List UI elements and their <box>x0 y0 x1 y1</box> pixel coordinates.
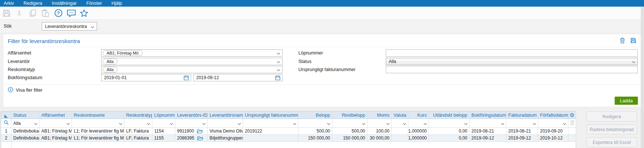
cell-value: AB1; Företag Mö <box>41 135 72 141</box>
cell-value: Biljettforsgruppen <box>210 135 243 141</box>
cell-affarsenhet: AB1; Företag Mö <box>39 135 72 141</box>
column-header-ursprungligt-fakturanummer[interactable]: Ursprungligt fakturanummer <box>243 112 298 119</box>
table-row[interactable]: 1DefinitivbokadAB1; Företag MöL1; För le… <box>1 128 576 135</box>
column-header-label: Valuta <box>394 113 406 118</box>
save-icon[interactable] <box>2 8 11 18</box>
filter-cell-reskontratyp[interactable] <box>124 119 152 127</box>
show-more-filters-link[interactable]: Visa fler filter <box>8 87 42 94</box>
menu-hjalp[interactable]: Hjälp <box>111 1 122 6</box>
column-header-affarsenhet[interactable]: Affärsenhet <box>39 112 72 119</box>
trash-icon[interactable] <box>570 120 575 126</box>
column-header-belopp[interactable]: Belopp <box>298 112 332 119</box>
gear-icon[interactable]: ⚙ <box>569 112 574 118</box>
cell-utlandskt-belopp: 0,00 <box>429 135 470 141</box>
edit-button[interactable]: Redigera <box>586 112 637 121</box>
search-type-select[interactable]: Leverantörsreskontra <box>42 22 97 31</box>
affarsenhet-select[interactable]: AB1; Företag Mö <box>101 49 283 57</box>
column-header-fakturadatum[interactable]: Fakturadatum <box>506 112 538 119</box>
cell-value: 2019-10-12 <box>540 135 562 141</box>
filter-cell-affarsenhet[interactable] <box>39 119 72 127</box>
filter-cell-valuta[interactable] <box>392 119 408 127</box>
column-header-kurs[interactable]: Kurs <box>408 112 429 119</box>
ursprungligt-fakturanummer-input[interactable] <box>386 66 638 73</box>
folder-icon[interactable] <box>197 136 203 141</box>
export-to-excel-button[interactable]: Exportera till Excel <box>586 137 637 147</box>
filter-cell-bokforingsdatum[interactable] <box>470 119 506 127</box>
calendar-icon[interactable] <box>184 75 189 80</box>
column-settings-cell[interactable]: ⚙ <box>568 112 576 119</box>
chevron-down-icon <box>238 122 241 125</box>
filter-cell-leverantorsnamn[interactable] <box>208 119 243 127</box>
column-header-status[interactable]: Status <box>11 112 39 119</box>
cell-value: 2086395 <box>177 135 194 141</box>
filter-cell-fakturadatum[interactable] <box>506 119 538 127</box>
menu-redigera[interactable]: Redigera <box>24 1 42 6</box>
filter-cell-forfallodatum[interactable] <box>538 119 568 127</box>
cell-ursprungligt-fakturanummer: 2019122 <box>243 128 298 134</box>
bokforingsdatum-from-input[interactable]: 2019-01-01 <box>101 74 191 81</box>
status-select[interactable]: Alla <box>386 58 638 65</box>
column-header-bokforingsdatum[interactable]: Bokföringsdatum <box>470 112 506 119</box>
table-search-cell[interactable] <box>1 119 11 127</box>
filter-cell-reskontraserie[interactable] <box>72 119 124 127</box>
filter-cell-restbelopp[interactable] <box>332 119 367 127</box>
leverantor-select[interactable]: Alla <box>101 58 283 65</box>
filter-cell-status[interactable]: Alla <box>11 119 39 127</box>
column-header-valuta[interactable]: Valuta <box>392 112 408 119</box>
favorite-star-icon[interactable] <box>79 8 89 18</box>
menu-installningar[interactable]: Inställningar <box>52 1 77 6</box>
column-header-moms[interactable]: Moms <box>367 112 392 119</box>
menu-arkiv[interactable]: Arkiv <box>4 1 14 6</box>
column-header-leverantors-id[interactable]: Leverantörs-ID <box>175 112 208 119</box>
chevron-down-icon <box>533 122 536 125</box>
cell-lopnummer: 1155 <box>152 135 175 141</box>
column-header-reskontratyp[interactable]: Reskontratyp <box>124 112 152 119</box>
filter-cell-ursprungligt-fakturanummer[interactable] <box>243 119 298 127</box>
search-icon[interactable] <box>4 120 9 126</box>
filter-cell-leverantors-id[interactable] <box>175 119 208 127</box>
column-header-label: Reskontraserie <box>74 113 105 118</box>
column-header-label: Utländskt belopp <box>433 113 467 118</box>
cell-reskontraserie: L1; För leverantörer ftg Mö <box>72 135 124 141</box>
delete-payment-row-button[interactable]: Radera betalningsrad <box>586 124 637 134</box>
filter-cell-belopp[interactable] <box>298 119 332 127</box>
reskontratyp-select[interactable]: Alla <box>101 66 283 73</box>
cell-value: 1154 <box>154 128 164 134</box>
select-all-corner-cell[interactable] <box>1 112 11 119</box>
cell-moms: 100,00 <box>367 128 392 134</box>
column-header-utlandskt-belopp[interactable]: Utländskt belopp <box>429 112 470 119</box>
chevron-down-icon <box>424 122 427 125</box>
cut-icon[interactable]: ✂ <box>15 8 24 18</box>
reskontratyp-chip: Alla <box>103 67 118 73</box>
affarsenhet-label: Affärsenhet <box>8 50 31 56</box>
save-filter-icon[interactable] <box>630 38 636 45</box>
column-header-reskontraserie[interactable]: Reskontraserie <box>72 112 124 119</box>
lopnummer-input[interactable] <box>386 49 638 57</box>
filter-cell-lopnummer[interactable] <box>152 119 175 127</box>
column-header-restbelopp[interactable]: Restbelopp <box>332 112 367 119</box>
feedback-icon[interactable] <box>66 8 76 18</box>
filter-cell-kurs[interactable] <box>408 119 429 127</box>
table-header-row: StatusAffärsenhetReskontraserieReskontra… <box>1 112 576 119</box>
load-button[interactable]: Ladda <box>614 96 638 105</box>
column-header-leverantorsnamn[interactable]: Leverantörsnamn <box>208 112 243 119</box>
table-row[interactable]: 2DefinitivbokadAB1; Företag MöL1; För le… <box>1 135 576 142</box>
filter-cell-utlandskt-belopp[interactable] <box>429 119 470 127</box>
bokforingsdatum-to-input[interactable]: 2019-09-12 <box>193 74 283 81</box>
folder-icon[interactable] <box>197 129 203 134</box>
filter-cell-moms[interactable] <box>367 119 392 127</box>
cell-reskontratyp: LF; Faktura <box>124 128 152 134</box>
column-header-lopnummer[interactable]: Löpnummer <box>152 112 175 119</box>
table-filter-row: Alla <box>1 119 576 128</box>
column-header-label: Fakturadatum <box>508 113 537 118</box>
chevron-down-icon <box>202 122 205 125</box>
column-header-forfallodatum[interactable]: Förfallodatum <box>538 112 568 119</box>
calendar-icon[interactable] <box>275 75 280 80</box>
paste-icon[interactable] <box>41 8 50 18</box>
menu-fonster[interactable]: Fönster <box>86 1 102 6</box>
help-icon[interactable]: ? <box>53 8 63 18</box>
clear-filter-cell[interactable] <box>568 119 576 127</box>
chevron-down-icon <box>277 60 280 63</box>
copy-icon[interactable] <box>28 8 37 18</box>
delete-filter-icon[interactable] <box>620 38 625 45</box>
